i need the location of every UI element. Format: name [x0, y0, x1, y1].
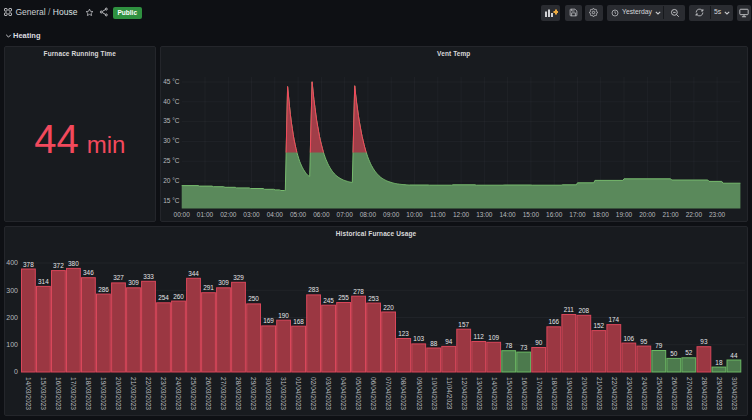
- svg-text:09:00: 09:00: [383, 211, 400, 218]
- svg-text:20/03/2023: 20/03/2023: [115, 377, 122, 410]
- svg-text:106: 106: [623, 335, 634, 342]
- svg-text:20/04/2023: 20/04/2023: [581, 377, 588, 410]
- svg-text:291: 291: [203, 284, 214, 291]
- svg-text:26/04/2023: 26/04/2023: [671, 377, 678, 410]
- svg-text:14/04/2023: 14/04/2023: [491, 377, 498, 410]
- svg-text:29/04/2023: 29/04/2023: [716, 377, 723, 410]
- svg-text:24/03/2023: 24/03/2023: [175, 377, 182, 410]
- svg-text:123: 123: [398, 330, 409, 337]
- svg-text:200: 200: [6, 314, 18, 321]
- svg-text:344: 344: [188, 270, 199, 277]
- svg-text:208: 208: [578, 307, 589, 314]
- svg-text:44: 44: [730, 352, 738, 359]
- svg-text:27/03/2023: 27/03/2023: [220, 377, 227, 410]
- svg-text:05/04/2023: 05/04/2023: [355, 377, 362, 410]
- svg-text:04/04/2023: 04/04/2023: [340, 377, 347, 410]
- svg-text:314: 314: [38, 278, 49, 285]
- svg-text:190: 190: [278, 312, 289, 319]
- svg-text:16/03/2023: 16/03/2023: [55, 377, 62, 410]
- svg-text:23:00: 23:00: [708, 211, 725, 218]
- svg-text:21/04/2023: 21/04/2023: [596, 377, 603, 410]
- svg-text:380: 380: [68, 260, 79, 267]
- svg-text:25 °C: 25 °C: [163, 157, 180, 164]
- svg-text:346: 346: [83, 269, 94, 276]
- svg-text:166: 166: [548, 318, 559, 325]
- svg-text:14:00: 14:00: [499, 211, 516, 218]
- svg-text:29/03/2023: 29/03/2023: [250, 377, 257, 410]
- svg-text:73: 73: [520, 344, 528, 351]
- svg-text:372: 372: [53, 262, 64, 269]
- svg-text:211: 211: [564, 306, 575, 313]
- svg-text:03:00: 03:00: [243, 211, 260, 218]
- svg-text:28/04/2023: 28/04/2023: [701, 377, 708, 410]
- svg-text:28/03/2023: 28/03/2023: [235, 377, 242, 410]
- svg-text:21/03/2023: 21/03/2023: [130, 377, 137, 410]
- svg-text:20:00: 20:00: [639, 211, 656, 218]
- svg-text:283: 283: [308, 286, 319, 293]
- svg-text:250: 250: [248, 295, 259, 302]
- svg-text:17/04/2023: 17/04/2023: [536, 377, 543, 410]
- svg-text:253: 253: [368, 295, 379, 302]
- svg-text:17:00: 17:00: [569, 211, 586, 218]
- svg-text:23/04/2023: 23/04/2023: [626, 377, 633, 410]
- svg-text:18: 18: [715, 359, 723, 366]
- svg-text:245: 245: [323, 297, 334, 304]
- svg-text:31/03/2023: 31/03/2023: [280, 377, 287, 410]
- svg-text:378: 378: [23, 261, 34, 268]
- svg-text:278: 278: [353, 288, 364, 295]
- svg-text:15/04/2023: 15/04/2023: [506, 377, 513, 410]
- svg-text:112: 112: [474, 333, 485, 340]
- svg-text:88: 88: [430, 340, 438, 347]
- svg-text:35 °C: 35 °C: [163, 117, 180, 124]
- svg-text:45 °C: 45 °C: [163, 78, 180, 85]
- svg-text:12:00: 12:00: [452, 211, 469, 218]
- svg-text:13:00: 13:00: [476, 211, 493, 218]
- svg-text:17/03/2023: 17/03/2023: [70, 377, 77, 410]
- svg-text:11:00: 11:00: [429, 211, 445, 218]
- svg-text:06/04/2023: 06/04/2023: [370, 377, 377, 410]
- svg-text:19/04/2023: 19/04/2023: [566, 377, 573, 410]
- svg-text:95: 95: [640, 338, 648, 345]
- svg-text:52: 52: [685, 349, 693, 356]
- svg-text:14/03/2023: 14/03/2023: [25, 377, 32, 410]
- svg-text:10/04/2023: 10/04/2023: [431, 377, 438, 410]
- svg-text:400: 400: [6, 259, 18, 266]
- svg-text:30/03/2023: 30/03/2023: [265, 377, 272, 410]
- svg-text:16/04/2023: 16/04/2023: [521, 377, 528, 410]
- svg-text:13/04/2023: 13/04/2023: [476, 377, 483, 410]
- svg-text:03/04/2023: 03/04/2023: [325, 377, 332, 410]
- svg-text:100: 100: [6, 341, 18, 348]
- svg-text:19:00: 19:00: [615, 211, 632, 218]
- svg-text:300: 300: [6, 287, 18, 294]
- svg-text:08:00: 08:00: [359, 211, 376, 218]
- svg-text:90: 90: [535, 339, 543, 346]
- svg-text:0: 0: [14, 368, 18, 375]
- svg-text:327: 327: [113, 274, 124, 281]
- svg-text:50: 50: [670, 350, 678, 357]
- svg-text:168: 168: [293, 318, 304, 325]
- svg-text:15/03/2023: 15/03/2023: [40, 377, 47, 410]
- svg-text:30/04/2023: 30/04/2023: [731, 377, 738, 410]
- svg-text:286: 286: [98, 286, 109, 293]
- svg-text:78: 78: [505, 342, 513, 349]
- svg-text:00:00: 00:00: [173, 211, 190, 218]
- svg-text:27/04/2023: 27/04/2023: [686, 377, 693, 410]
- svg-text:25/03/2023: 25/03/2023: [190, 377, 197, 410]
- svg-text:10:00: 10:00: [406, 211, 423, 218]
- svg-text:109: 109: [488, 334, 499, 341]
- svg-text:07/04/2023: 07/04/2023: [385, 377, 392, 410]
- svg-text:21:00: 21:00: [662, 211, 679, 218]
- svg-text:01/04/2023: 01/04/2023: [295, 377, 302, 410]
- svg-text:02/04/2023: 02/04/2023: [310, 377, 317, 410]
- svg-text:220: 220: [383, 304, 394, 311]
- svg-text:16:00: 16:00: [546, 211, 563, 218]
- svg-text:40 °C: 40 °C: [163, 98, 180, 105]
- svg-text:329: 329: [233, 274, 244, 281]
- svg-text:18/04/2023: 18/04/2023: [551, 377, 558, 410]
- svg-text:04:00: 04:00: [266, 211, 283, 218]
- svg-text:169: 169: [263, 317, 274, 324]
- svg-text:22/03/2023: 22/03/2023: [145, 377, 152, 410]
- svg-text:23/03/2023: 23/03/2023: [160, 377, 167, 410]
- svg-text:103: 103: [413, 335, 424, 342]
- svg-text:152: 152: [593, 322, 604, 329]
